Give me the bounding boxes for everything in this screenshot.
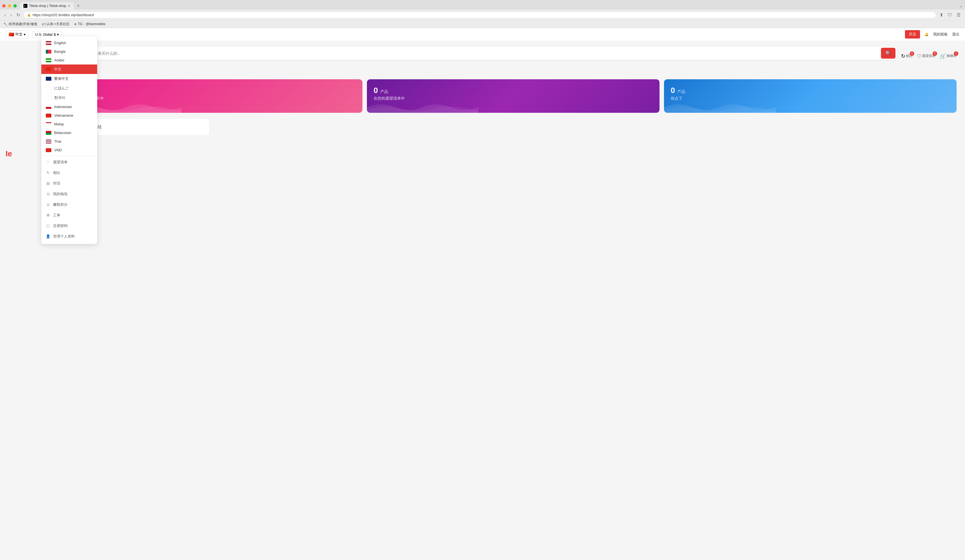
nav-bar: ‹ › ↻ 🔒 https://shop102.timibbs.vip/dash…	[0, 10, 965, 20]
lang-chinese[interactable]: 中文	[41, 64, 97, 74]
lang-japanese[interactable]: にほんご	[41, 83, 97, 93]
flag-ar	[46, 58, 51, 62]
menu-wallet[interactable]: ◎ 我的钱包	[41, 189, 97, 199]
flag-kr	[46, 96, 51, 100]
lang-arabic[interactable]: Arabic	[41, 56, 97, 64]
lang-korean-label: 한국어	[54, 95, 65, 100]
lang-indonesian-label: Indonesian	[54, 104, 72, 109]
flag-tw	[46, 77, 51, 81]
window-menu-btn[interactable]: ⌄	[959, 3, 963, 8]
lang-belarusian[interactable]: Belarusian	[41, 128, 97, 137]
lang-belarusian-label: Belarusian	[54, 131, 71, 135]
menu-profile[interactable]: 👤 管理个人资料	[41, 231, 97, 242]
divider-1	[41, 155, 97, 156]
search-btn[interactable]: 🔍	[881, 48, 895, 59]
notification-btn[interactable]: 🔔	[924, 33, 929, 36]
header-actions: ↻ 0 相比 ♡ 0 愿望清单 🛒 1 购物车	[901, 53, 957, 59]
language-selector[interactable]: 🇨🇳 中文 ▾	[6, 30, 29, 39]
lang-thai[interactable]: Thai	[41, 137, 97, 146]
lang-chevron: ▾	[24, 33, 26, 37]
url-bar[interactable]: 🔒 https://shop102.timibbs.vip/dashboard	[23, 11, 936, 18]
lang-japanese-label: にほんご	[54, 86, 69, 91]
bookmark-3[interactable]: ✈ TG：@tianmeibbs	[74, 22, 106, 26]
flag-my	[46, 122, 51, 126]
currency-chevron: ▾	[57, 33, 59, 37]
breadcrumb: 首页	[70, 70, 957, 75]
flag-jp	[46, 86, 51, 90]
flag-vnd	[46, 148, 51, 152]
lock-icon: ▢	[46, 224, 50, 228]
menu-wishlist-label: 愿望清单	[53, 160, 67, 165]
lang-english[interactable]: English	[41, 39, 97, 47]
currency-label: U.S. Dollar $	[35, 33, 56, 37]
language-dropdown: English Bangla Arabic 中文 繁体中文 にほんご	[41, 36, 97, 244]
points-icon: ◎	[46, 202, 50, 207]
lang-indonesian[interactable]: Indonesian	[41, 103, 97, 111]
bookmark-icon-1: 🔧	[3, 22, 8, 26]
menu-earn-points-label: 赚取积分	[53, 202, 67, 207]
gear-icon: ✿	[46, 213, 50, 217]
lang-vietnamese-label: Vietnamese	[54, 113, 73, 118]
lang-malay[interactable]: Malay	[41, 120, 97, 128]
tab-close-btn[interactable]: ✕	[68, 4, 70, 8]
forward-btn[interactable]: ›	[9, 11, 13, 19]
search-icon: 🔍	[885, 51, 891, 56]
bookmark-label-1: 程序搭建/开发/修复	[9, 22, 38, 26]
back-btn[interactable]: ‹	[3, 11, 7, 19]
active-tab[interactable]: T Tiktok-shop | Tiktok-shop ✕	[20, 2, 74, 10]
lang-trad-chinese-label: 繁体中文	[54, 76, 69, 81]
logout-btn[interactable]: 退出	[952, 32, 959, 37]
menu-workorder[interactable]: ✿ 工单	[41, 210, 97, 220]
wishlist-badge: 0	[932, 51, 937, 56]
stat-card-viewed[interactable]: 0 产品 你点了	[664, 79, 957, 113]
cart-action[interactable]: 🛒 1 购物车	[940, 53, 957, 59]
lang-traditional-chinese[interactable]: 繁体中文	[41, 74, 97, 83]
bookmark-1[interactable]: 🔧 程序搭建/开发/修复	[3, 22, 38, 26]
menu-dialogue[interactable]: ▤ 对话	[41, 178, 97, 189]
menu-earn-points[interactable]: ◎ 赚取积分	[41, 199, 97, 210]
heart-icon: ♡	[46, 160, 50, 165]
menu-transaction-password[interactable]: ▢ 交易密码	[41, 220, 97, 231]
wave-2	[664, 99, 776, 113]
secure-icon: 🔒	[27, 13, 31, 17]
flag-be	[46, 131, 51, 135]
compare-action[interactable]: ↻ 0 相比	[901, 53, 913, 59]
menu-compare[interactable]: ↻ 相比	[41, 168, 97, 178]
new-tab-btn[interactable]: +	[75, 2, 82, 10]
main-layout: English Bangla Arabic 中文 繁体中文 にほんご	[0, 41, 965, 147]
bookmark-icon-2: 🏷	[42, 22, 45, 26]
lang-bangla[interactable]: Bangla	[41, 47, 97, 56]
lang-vnd[interactable]: VND	[41, 146, 97, 154]
stat-number-row-1: 0 产品	[374, 86, 653, 96]
stat-card-wishlist[interactable]: 0 产品 在您的愿望清单中	[367, 79, 659, 113]
menu-transaction-password-label: 交易密码	[53, 223, 67, 229]
bookmark-2[interactable]: 🏷 认准->天美社区	[42, 22, 70, 26]
content-area: ☰ ▾ 🔍 ↻ 0 相比 ♡ 0	[61, 41, 965, 147]
flag-bd	[46, 50, 51, 54]
stats-row: 1 产品 在您的购物车中 0 产品 在您的愿望清单中	[70, 79, 957, 113]
wishlist-action[interactable]: ♡ 0 愿望清单	[917, 53, 936, 59]
search-input[interactable]	[87, 49, 879, 58]
sidebar-btn[interactable]: ☰	[955, 11, 962, 19]
lang-label: 中文	[15, 32, 23, 37]
reload-btn[interactable]: ↻	[15, 11, 21, 19]
lang-korean[interactable]: 한국어	[41, 93, 97, 103]
flag-cn	[46, 67, 51, 71]
open-store-btn[interactable]: 开店	[905, 30, 920, 39]
url-text: https://shop102.timibbs.vip/dashboard	[33, 13, 94, 17]
bookmarks-bar: 🔧 程序搭建/开发/修复 🏷 认准->天美社区 ✈ TG：@tianmeibbs	[0, 20, 965, 28]
wallet-icon: ◎	[46, 192, 50, 196]
tab-favicon: T	[23, 4, 27, 8]
flag-us	[46, 41, 51, 45]
share-btn[interactable]: ⬆	[939, 11, 944, 19]
lang-malay-label: Malay	[54, 122, 64, 126]
shield-btn[interactable]: 🛡	[947, 11, 953, 19]
search-bar: ☰ ▾ 🔍	[70, 47, 896, 60]
compare-icon: ↻	[46, 171, 50, 175]
flag-th	[46, 140, 51, 144]
menu-wishlist[interactable]: ♡ 愿望清单	[41, 157, 97, 168]
lang-vnd-label: VND	[54, 148, 62, 152]
lang-vietnamese[interactable]: Vietnamese	[41, 111, 97, 120]
dashboard-btn[interactable]: 我的面板	[933, 32, 948, 37]
stat-card-cart[interactable]: 1 产品 在您的购物车中	[70, 79, 362, 113]
